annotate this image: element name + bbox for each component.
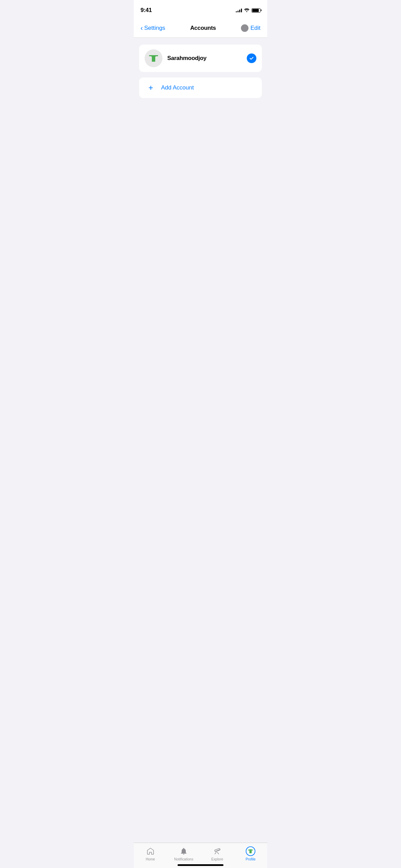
edit-dot-icon — [241, 24, 248, 32]
status-time: 9:41 — [141, 7, 152, 14]
page-title: Accounts — [190, 25, 216, 32]
status-icons — [236, 8, 260, 13]
add-account-card[interactable]: + Add Account — [139, 77, 262, 98]
svg-rect-2 — [152, 57, 155, 62]
back-button[interactable]: ‹ Settings — [141, 25, 165, 32]
nav-bar: ‹ Settings Accounts Edit — [134, 19, 267, 38]
wifi-icon — [244, 8, 250, 13]
accounts-card: Sarahmoodjoy — [139, 45, 262, 72]
selected-checkmark — [247, 53, 256, 63]
svg-rect-4 — [149, 56, 151, 57]
signal-icon — [236, 8, 242, 12]
content-area: Sarahmoodjoy + Add Account — [134, 38, 267, 105]
edit-button[interactable]: Edit — [241, 24, 260, 32]
account-row[interactable]: Sarahmoodjoy — [139, 45, 262, 72]
chevron-left-icon: ‹ — [141, 24, 143, 31]
account-avatar-logo — [145, 49, 162, 67]
battery-icon — [252, 8, 260, 13]
back-label: Settings — [144, 25, 165, 32]
add-account-row[interactable]: + Add Account — [139, 77, 262, 98]
svg-rect-5 — [156, 56, 158, 57]
avatar — [145, 49, 162, 67]
add-account-label: Add Account — [161, 84, 194, 91]
status-bar: 9:41 — [134, 0, 267, 19]
edit-label: Edit — [251, 25, 260, 32]
plus-icon: + — [146, 83, 156, 93]
account-name: Sarahmoodjoy — [167, 55, 242, 62]
